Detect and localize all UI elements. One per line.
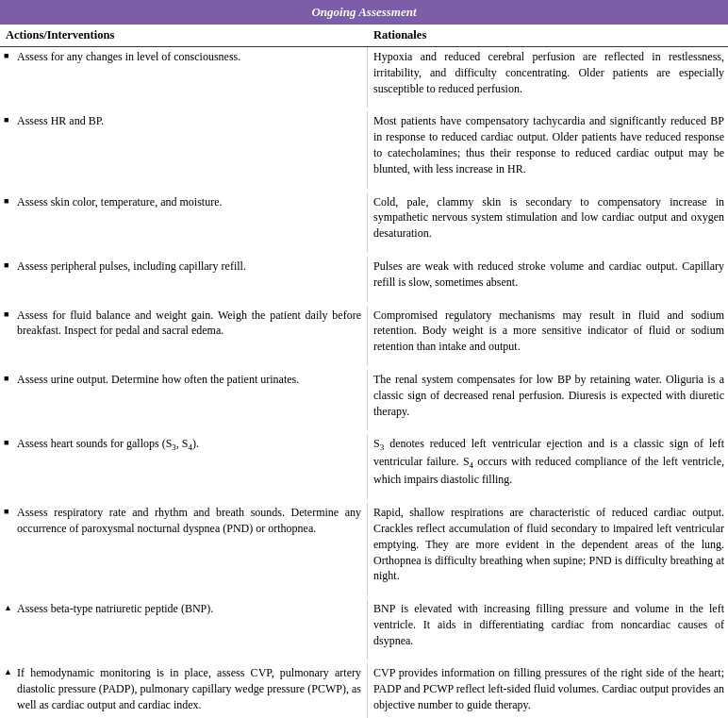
bullet-icon: ■ — [4, 506, 17, 518]
rationale-text: Cold, pale, clammy skin is secondary to … — [373, 194, 724, 242]
bullet-icon: ▲ — [4, 602, 17, 614]
bullet-icon: ■ — [4, 373, 17, 385]
action-item: ▲If hemodynamic monitoring is in place, … — [4, 665, 361, 712]
action-text: Assess respiratory rate and rhythm and b… — [17, 505, 361, 537]
table-row: ■Assess for fluid balance and weight gai… — [0, 306, 728, 366]
action-item: ■Assess skin color, temperature, and moi… — [4, 194, 361, 210]
table-row: ■Assess HR and BP.Most patients have com… — [0, 111, 728, 188]
action-item: ▲Assess beta-type natriuretic peptide (B… — [4, 601, 361, 617]
action-item: ■Assess for fluid balance and weight gai… — [4, 308, 361, 340]
action-item: ■Assess HR and BP. — [4, 113, 361, 129]
table-row: ■Assess urine output. Determine how ofte… — [0, 370, 728, 430]
table-row: ■Assess heart sounds for gallops (S3, S4… — [0, 434, 728, 499]
rationale-text: Most patients have compensatory tachycar… — [373, 113, 724, 176]
action-text: If hemodynamic monitoring is in place, a… — [17, 665, 361, 712]
rationale-text: S3 denotes reduced left ventricular ejec… — [373, 436, 724, 488]
bullet-icon: ■ — [4, 259, 17, 272]
table-row: ■Assess respiratory rate and rhythm and … — [0, 503, 728, 595]
table-row: ▲Assess beta-type natriuretic peptide (B… — [0, 599, 728, 660]
action-text: Assess for fluid balance and weight gain… — [17, 308, 361, 340]
action-item: ■Assess for any changes in level of cons… — [4, 49, 361, 65]
action-text: Assess urine output. Determine how often… — [17, 372, 361, 388]
rationale-text: Pulses are weak with reduced stroke volu… — [373, 259, 724, 291]
rationale-text: The renal system compensates for low BP … — [373, 372, 724, 419]
bullet-icon: ■ — [4, 195, 17, 208]
column-header-rationales: Rationales — [370, 28, 726, 42]
bullet-icon: ▲ — [4, 666, 17, 678]
bullet-icon: ■ — [4, 309, 17, 321]
table-row: ■Assess skin color, temperature, and moi… — [0, 192, 728, 253]
action-item: ■Assess urine output. Determine how ofte… — [4, 372, 361, 388]
bullet-icon: ■ — [4, 50, 17, 62]
rationale-text: Rapid, shallow respirations are characte… — [373, 505, 724, 584]
action-text: Assess for any changes in level of consc… — [17, 49, 361, 65]
column-header-actions: Actions/Interventions — [2, 28, 370, 42]
table-row: ▲If hemodynamic monitoring is in place, … — [0, 663, 728, 718]
bullet-icon: ■ — [4, 437, 17, 449]
rationale-text: Compromised regulatory mechanisms may re… — [373, 308, 724, 355]
table-row: ■Assess peripheral pulses, including cap… — [0, 257, 728, 302]
bullet-icon: ■ — [4, 114, 17, 126]
table-row: ■Assess for any changes in level of cons… — [0, 47, 728, 108]
action-text: Assess heart sounds for gallops (S3, S4)… — [17, 436, 361, 454]
action-item: ■Assess peripheral pulses, including cap… — [4, 259, 361, 275]
content-area: ■Assess for any changes in level of cons… — [0, 47, 728, 718]
action-item: ■Assess respiratory rate and rhythm and … — [4, 505, 361, 537]
header-title: Ongoing Assessment — [311, 5, 416, 19]
action-item: ■Assess heart sounds for gallops (S3, S4… — [4, 436, 361, 454]
rationale-text: BNP is elevated with increasing filling … — [373, 601, 724, 648]
rationale-text: Hypoxia and reduced cerebral perfusion a… — [373, 49, 724, 96]
rationale-text: CVP provides information on filling pres… — [373, 665, 724, 712]
action-text: Assess HR and BP. — [17, 113, 361, 129]
action-text: Assess beta-type natriuretic peptide (BN… — [17, 601, 361, 617]
header: Ongoing Assessment — [0, 0, 728, 25]
action-text: Assess skin color, temperature, and mois… — [17, 194, 361, 210]
action-text: Assess peripheral pulses, including capi… — [17, 259, 361, 275]
